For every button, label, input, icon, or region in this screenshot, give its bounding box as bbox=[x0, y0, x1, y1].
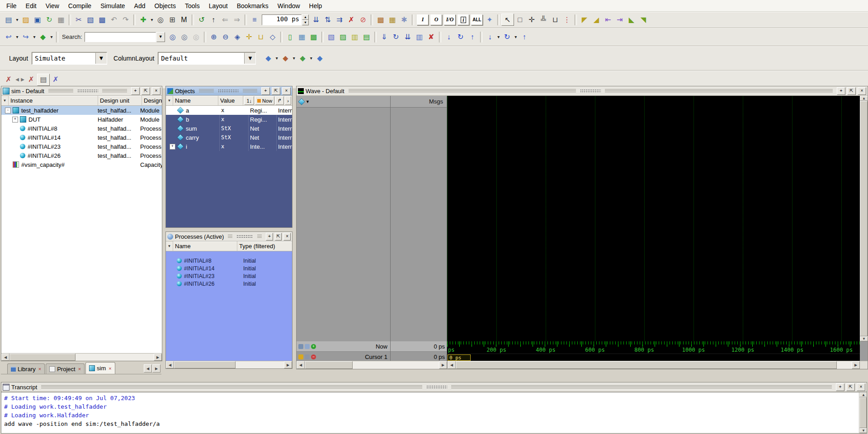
scroll-right-icon[interactable]: ▶ bbox=[852, 361, 860, 369]
process-row-initial-23[interactable]: #INITIAL#23 Initial bbox=[166, 272, 292, 280]
tab-project[interactable]: Project × bbox=[46, 363, 85, 374]
process-row-initial-26[interactable]: #INITIAL#26 Initial bbox=[166, 280, 292, 288]
tab-close-icon[interactable]: × bbox=[108, 366, 111, 371]
toolbar-button[interactable] bbox=[412, 14, 414, 25]
mentor-m-button[interactable]: M bbox=[178, 14, 190, 25]
toolbar-button[interactable] bbox=[192, 14, 194, 25]
transcript-body[interactable]: # Start time: 09:49:49 on Jul 07,2023# L… bbox=[1, 392, 867, 433]
wave-vertical-scrollbar[interactable]: ▲ ▼ bbox=[860, 96, 868, 341]
transition-mode-button[interactable]: ↻ bbox=[501, 31, 513, 42]
new-file-button[interactable]: ▤ bbox=[3, 14, 14, 25]
show-grid-button[interactable]: ▦ bbox=[296, 31, 308, 42]
process-row-initial-8[interactable]: #INITIAL#8 Initial bbox=[166, 257, 292, 264]
ungroup-signals-button[interactable]: ▨ bbox=[337, 31, 349, 42]
back-dropdown[interactable]: ▾ bbox=[14, 31, 20, 42]
compare-signals-button[interactable]: ▤ bbox=[361, 31, 373, 42]
filter-icon[interactable]: ▼ bbox=[166, 96, 173, 105]
wave-group-dropdown-icon[interactable]: ▼ bbox=[306, 99, 310, 104]
view-report-button[interactable]: ▤ bbox=[37, 74, 50, 86]
now-control[interactable]: Now bbox=[255, 96, 274, 105]
titlebar-drag-handle[interactable] bbox=[236, 235, 253, 238]
panel-undock-button[interactable]: ⇱ bbox=[846, 383, 855, 391]
find-rising-edge-button[interactable]: ↑ bbox=[467, 31, 478, 42]
column-header-name[interactable]: Name bbox=[173, 96, 218, 105]
input-filter-button[interactable]: I bbox=[417, 14, 429, 25]
add-button[interactable]: ✚ bbox=[137, 14, 149, 25]
menu-item[interactable]: Layout bbox=[204, 0, 232, 11]
reload-format-button[interactable]: ↻ bbox=[390, 31, 402, 42]
previous-transition-button[interactable]: ↑ bbox=[519, 31, 530, 42]
tab-close-icon[interactable]: × bbox=[38, 366, 41, 372]
stop-button[interactable]: ⊘ bbox=[357, 14, 369, 25]
menu-item[interactable]: Tools bbox=[180, 0, 204, 11]
back-button[interactable]: ↩ bbox=[3, 31, 14, 42]
wave-edit-delete-button[interactable]: ⇥ bbox=[614, 14, 626, 25]
add-cursor-icon[interactable]: + bbox=[311, 344, 316, 349]
panel-undock-button[interactable]: ⇱ bbox=[272, 87, 280, 95]
wave-group-icon[interactable] bbox=[298, 98, 305, 105]
find-x-next-button[interactable]: ✗ bbox=[25, 74, 37, 85]
toolbar-button[interactable] bbox=[204, 32, 206, 42]
processes-horizontal-scrollbar[interactable]: ◀ ▶ bbox=[166, 361, 292, 368]
tab-close-icon[interactable]: × bbox=[78, 366, 81, 372]
panel-undock-button[interactable]: ⇱ bbox=[275, 233, 282, 241]
sim-horizontal-scrollbar[interactable]: ◀ ▶ bbox=[1, 353, 162, 361]
scroll-control[interactable]: › bbox=[285, 96, 291, 105]
copy-button[interactable]: ▧ bbox=[85, 14, 96, 25]
scroll-left-icon[interactable]: ◀ bbox=[1, 354, 9, 361]
tree-row-vsim-capacity[interactable]: #vsim_capacity# Capacity bbox=[1, 160, 162, 169]
print-button[interactable]: ▦ bbox=[55, 14, 67, 25]
cursor-track[interactable]: 0 ps bbox=[447, 354, 860, 361]
menu-item[interactable]: Compile bbox=[64, 0, 96, 11]
tree-row-initial-8[interactable]: #INITIAL#8 test_halfad... Process bbox=[1, 124, 162, 133]
goto-control[interactable]: ↱ bbox=[275, 96, 284, 105]
undo-button[interactable]: ↶ bbox=[108, 14, 120, 25]
tree-row-test-halfadder[interactable]: - test_halfadder test_halfad... Module bbox=[1, 106, 162, 115]
titlebar-drag-handle[interactable] bbox=[426, 385, 447, 389]
wave-edit-paste-button[interactable]: ◢ bbox=[590, 14, 602, 25]
cut-button[interactable]: ✂ bbox=[73, 14, 85, 25]
panel-close-button[interactable]: × bbox=[857, 383, 865, 391]
menu-item[interactable]: Edit bbox=[21, 0, 41, 11]
column-header-design-unit-type[interactable]: Design unit t bbox=[142, 96, 162, 105]
tree-expander[interactable]: - bbox=[5, 108, 11, 113]
wave-edit-insert-button[interactable]: ⇤ bbox=[602, 14, 614, 25]
transcript-titlebar[interactable]: Transcript + ⇱ × bbox=[1, 382, 867, 392]
filter-icon[interactable]: ▼ bbox=[166, 241, 173, 251]
next-transition-button[interactable]: ↓ bbox=[484, 31, 496, 42]
scroll-thumb[interactable] bbox=[9, 354, 75, 361]
exclude-x-button[interactable]: ✗ bbox=[50, 74, 61, 85]
open-file-button[interactable]: ▨ bbox=[20, 14, 32, 25]
scroll-thumb[interactable] bbox=[174, 361, 236, 368]
names-horizontal-scrollbar[interactable]: ◀ ▶ bbox=[297, 361, 448, 369]
object-row-b[interactable]: b x Regi... Internal bbox=[166, 115, 292, 124]
run-all-button[interactable]: ⇉ bbox=[334, 14, 345, 25]
environment-back-button[interactable]: ⇐ bbox=[219, 14, 231, 25]
panel-undock-button[interactable]: ⇱ bbox=[847, 87, 856, 95]
panel-close-button[interactable]: × bbox=[282, 87, 291, 95]
find-falling-edge-button[interactable]: ↓ bbox=[443, 31, 455, 42]
panel-add-button[interactable]: + bbox=[836, 383, 844, 391]
menu-item[interactable]: View bbox=[41, 0, 64, 11]
add-layout-dropdown[interactable]: ▾ bbox=[274, 52, 279, 64]
transition-mode-dropdown[interactable]: ▾ bbox=[513, 31, 519, 42]
toolbar-button[interactable] bbox=[480, 32, 482, 42]
column-header-name[interactable]: Name bbox=[173, 241, 237, 251]
scroll-left-icon[interactable]: ◀ bbox=[297, 361, 305, 369]
run-length-icon-button[interactable]: ≡ bbox=[249, 14, 260, 25]
zoom-out-button[interactable]: ⊖ bbox=[220, 31, 231, 42]
object-row-i[interactable]: + i x Inte... Internal bbox=[166, 142, 292, 151]
toolbar-button[interactable] bbox=[133, 14, 136, 25]
expand-groups-button[interactable]: ▩ bbox=[308, 31, 320, 42]
tab-scroll-right-icon[interactable]: ▶ bbox=[152, 364, 160, 373]
add-wave-dropdown[interactable]: ▾ bbox=[49, 31, 54, 42]
all-filter-button[interactable]: ALL bbox=[471, 14, 483, 25]
configure-layout-dropdown[interactable]: ▾ bbox=[308, 52, 314, 64]
menu-item[interactable]: Bookmarks bbox=[232, 0, 273, 11]
column-header-type[interactable]: Type (filtered) bbox=[237, 241, 292, 251]
tab-scroll-left-icon[interactable]: ◀ bbox=[144, 364, 152, 373]
find-x-previous-arrow[interactable]: ◀ bbox=[14, 74, 20, 85]
transcript-vertical-scrollbar[interactable]: ▲ ▼ bbox=[859, 392, 867, 433]
tree-expander[interactable]: + bbox=[170, 144, 175, 150]
update-wave-button[interactable]: ⇊ bbox=[402, 31, 414, 42]
